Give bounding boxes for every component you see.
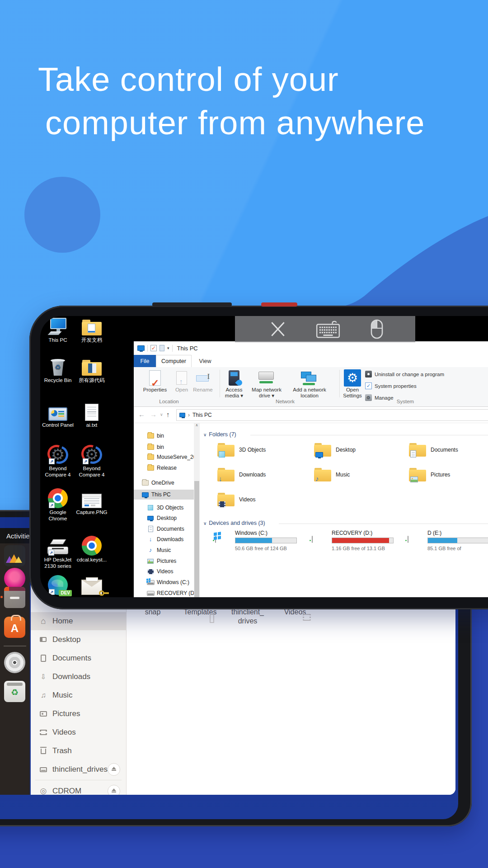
- sidebar-item-desktop[interactable]: Desktop: [31, 631, 127, 649]
- ribbon-tabs: File Computer View: [134, 355, 488, 367]
- control-panel-icon: [41, 401, 75, 421]
- disc-icon[interactable]: [4, 652, 25, 673]
- tree-item-pictures[interactable]: Pictures: [134, 556, 194, 566]
- sidebar-item-music[interactable]: ♫ Music: [31, 686, 127, 704]
- photos-icon[interactable]: [4, 545, 25, 566]
- access-media-button[interactable]: Access media ▾: [218, 369, 250, 399]
- folder-tile-desktop[interactable]: Desktop: [314, 443, 356, 457]
- sidebar-item-home[interactable]: ⌂ Home: [31, 612, 127, 630]
- address-bar[interactable]: › This PC: [176, 409, 488, 421]
- trash-dock-icon[interactable]: ♻: [4, 681, 25, 702]
- uninstall-program-button[interactable]: Uninstall or change a program: [365, 371, 444, 377]
- tab-computer[interactable]: Computer: [156, 355, 192, 367]
- folders-section-header[interactable]: ∨Folders (7): [203, 431, 236, 439]
- tree-item-this-pc[interactable]: This PC: [134, 490, 194, 500]
- file-tile-thinclient-drives[interactable]: thinclient_ drives: [226, 608, 269, 626]
- edge-dev-icon: ↗DEV: [41, 575, 75, 595]
- desktop-icon-hp-printer[interactable]: ↗ HP DeskJet 2130 series: [41, 536, 75, 569]
- tree-scrollbar[interactable]: ∧: [194, 423, 200, 597]
- desktop-icon-beyond-compare[interactable]: ⚙↗ Beyond Compare 4: [41, 444, 75, 478]
- close-icon[interactable]: [268, 320, 287, 340]
- desktop-icon-source-code[interactable]: 所有源代码: [75, 356, 108, 383]
- mail-key-icon: [75, 575, 108, 595]
- folder-tile-videos[interactable]: Videos: [217, 493, 255, 506]
- running-indicator-dot: [0, 596, 3, 598]
- desktop-icon-certificate-mail[interactable]: [75, 575, 108, 596]
- sidebar-item-videos[interactable]: Videos: [31, 723, 127, 741]
- remote-app-icon[interactable]: [4, 568, 25, 589]
- mouse-icon[interactable]: [371, 319, 383, 341]
- open-settings-button[interactable]: ⚙ Open Settings: [338, 369, 367, 399]
- files-icon[interactable]: [4, 587, 25, 608]
- drive-icon: [39, 765, 48, 774]
- folder-tile-documents[interactable]: Documents: [409, 443, 458, 457]
- desktop-icon-ai-txt[interactable]: ai.txt: [75, 401, 108, 428]
- eject-button[interactable]: [108, 785, 120, 795]
- tab-view[interactable]: View: [192, 355, 219, 367]
- sidebar-item-pictures[interactable]: Pictures: [31, 705, 127, 723]
- sidebar-item-trash[interactable]: Trash: [31, 742, 127, 760]
- desktop-icon-cdcal-keystore[interactable]: cdcal.keyst...: [75, 536, 108, 563]
- tree-item-bin[interactable]: bin: [134, 442, 194, 452]
- picture-icon: [39, 709, 48, 718]
- tree-item-downloads[interactable]: ↓Downloads: [134, 534, 194, 544]
- tree-item-onedrive[interactable]: OneDrive: [134, 478, 194, 488]
- tree-item-mouseserve[interactable]: MouseServe_202: [134, 452, 194, 462]
- add-network-location-button[interactable]: Add a network location: [289, 369, 330, 399]
- tree-item-windows-c[interactable]: Windows (C:): [134, 577, 194, 587]
- up-icon[interactable]: ↑: [166, 410, 170, 418]
- text-file-icon: [75, 401, 108, 421]
- history-dropdown-icon[interactable]: ∨: [160, 412, 163, 417]
- system-properties-button[interactable]: ✓ System properties: [365, 382, 417, 389]
- desktop-icon-this-pc[interactable]: This PC: [41, 316, 75, 343]
- sidebar-item-documents[interactable]: Documents: [31, 649, 127, 667]
- properties-button[interactable]: Properties: [138, 369, 172, 393]
- properties-icon: [149, 370, 161, 386]
- desktop-icon-capture-png[interactable]: Capture.PNG: [75, 488, 108, 515]
- tab-file[interactable]: File: [134, 355, 156, 367]
- trash-icon: [39, 746, 48, 755]
- quick-access-dropdown-icon[interactable]: ▾: [167, 346, 169, 350]
- ubuntu-software-icon[interactable]: A: [4, 617, 25, 638]
- tree-item-release[interactable]: Release: [134, 463, 194, 473]
- desktop-icon-beyond-compare[interactable]: ⚙↗ Beyond Compare 4: [75, 444, 108, 478]
- rename-button[interactable]: Rename: [189, 369, 217, 393]
- explorer-title-bar: ✓ ▾ This PC: [134, 341, 488, 355]
- desktop-icon-control-panel[interactable]: Control Panel: [41, 401, 75, 428]
- computer-icon: [41, 316, 75, 336]
- eject-button[interactable]: [108, 763, 120, 776]
- folder-tile-downloads[interactable]: ↓ Downloads: [217, 468, 266, 481]
- folder-tile-pictures[interactable]: Pictures: [409, 468, 450, 481]
- back-icon[interactable]: ←: [138, 410, 145, 418]
- uninstall-icon: [365, 371, 372, 377]
- settings-gear-icon: ⚙: [344, 369, 361, 387]
- document-icon: [39, 654, 48, 663]
- capacity-bar: [235, 538, 297, 543]
- hard-drive-icon: [408, 536, 408, 542]
- keyboard-icon[interactable]: [315, 320, 341, 341]
- folder-tile-3d-objects[interactable]: 3D Objects: [217, 443, 266, 457]
- tree-item-desktop[interactable]: Desktop: [134, 513, 194, 523]
- tree-item-videos[interactable]: Videos: [134, 566, 194, 576]
- quick-access-new-icon[interactable]: [160, 345, 164, 351]
- desktop-icon-recycle-bin[interactable]: ♻ Recycle Bin: [41, 356, 75, 383]
- scrollbar-thumb[interactable]: [194, 481, 199, 597]
- forward-icon[interactable]: →: [150, 410, 157, 418]
- map-network-drive-button[interactable]: Map network drive ▾: [248, 369, 285, 399]
- drives-section-header[interactable]: ∨Devices and drives (3): [203, 520, 265, 527]
- folder-tile-music[interactable]: ♪ Music: [314, 468, 350, 481]
- tree-item-d-e[interactable]: D (E:): [134, 594, 194, 597]
- tree-item-bin[interactable]: bin: [134, 431, 194, 441]
- beyond-compare-icon: ⚙↗: [41, 444, 75, 464]
- quick-access-properties-icon[interactable]: ✓: [150, 345, 157, 351]
- desktop-icon-edge-dev[interactable]: ↗DEV: [41, 575, 75, 596]
- tree-item-documents[interactable]: Documents: [134, 524, 194, 534]
- tree-item-music[interactable]: ♪Music: [134, 545, 194, 555]
- sidebar-item-downloads[interactable]: ⇩ Downloads: [31, 668, 127, 686]
- desktop-icon-dev-docs[interactable]: 开发文档: [75, 316, 108, 343]
- desktop-icon-chrome[interactable]: ↗ Google Chrome: [41, 488, 75, 522]
- system-properties-icon: ✓: [365, 382, 372, 389]
- sidebar-item-thinclient-drives[interactable]: thinclient_drives: [31, 760, 127, 778]
- sidebar-item-cdrom[interactable]: ◎ CDROM: [31, 782, 127, 795]
- tree-item-3d-objects[interactable]: 3D Objects: [134, 503, 194, 513]
